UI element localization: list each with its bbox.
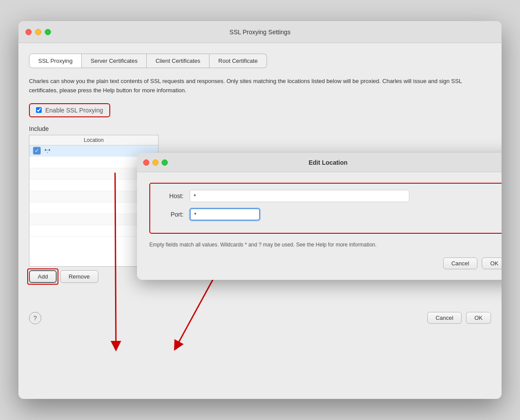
checkmark-icon: ✓: [35, 148, 39, 153]
tab-client-certificates[interactable]: Client Certificates: [147, 54, 209, 68]
enable-ssl-checkbox[interactable]: [36, 107, 42, 113]
form-box: Host: Port:: [149, 183, 502, 234]
include-table-header: Location: [29, 135, 158, 145]
modal-cancel-button[interactable]: Cancel: [443, 257, 477, 269]
cancel-button[interactable]: Cancel: [427, 312, 462, 324]
modal-minimize-button[interactable]: [152, 159, 159, 166]
include-remove-button[interactable]: Remove: [60, 270, 98, 283]
tab-server-certificates[interactable]: Server Certificates: [82, 54, 147, 68]
include-title: Include: [29, 125, 159, 132]
traffic-lights: [25, 29, 51, 35]
minimize-button[interactable]: [35, 29, 41, 35]
modal-close-button[interactable]: [143, 159, 149, 166]
tab-bar: SSL Proxying Server Certificates Client …: [29, 54, 491, 68]
description-text: Charles can show you the plain text cont…: [29, 77, 491, 95]
window-title: SSL Proxying Settings: [230, 29, 291, 36]
edit-location-modal: Edit Location Host: Port: Empty fields m…: [137, 153, 502, 280]
modal-maximize-button[interactable]: [162, 159, 168, 166]
tab-ssl-proxying[interactable]: SSL Proxying: [29, 54, 82, 68]
include-add-button-wrapper: Add: [29, 270, 57, 283]
modal-ok-button[interactable]: OK: [482, 257, 502, 269]
host-row: Host:: [157, 190, 499, 202]
host-label: Host:: [157, 192, 184, 199]
host-input[interactable]: [190, 190, 409, 202]
enable-ssl-checkbox-area[interactable]: Enable SSL Proxying: [29, 103, 110, 117]
port-row: Port:: [157, 208, 499, 221]
close-button[interactable]: [25, 29, 32, 35]
modal-traffic-lights: [143, 159, 168, 166]
modal-title-bar: Edit Location: [137, 153, 502, 172]
row-checkbox[interactable]: ✓: [33, 147, 41, 155]
tab-root-certificate[interactable]: Root Certificate: [209, 54, 267, 68]
hint-text: Empty fields match all values. Wildcards…: [149, 241, 502, 249]
help-button[interactable]: ?: [29, 312, 41, 324]
maximize-button[interactable]: [45, 29, 51, 35]
bottom-buttons: Cancel OK: [427, 312, 491, 324]
modal-buttons: Cancel OK: [149, 257, 502, 269]
include-add-button[interactable]: Add: [29, 270, 57, 283]
title-bar: SSL Proxying Settings: [18, 21, 502, 43]
modal-title: Edit Location: [309, 159, 348, 166]
modal-content: Host: Port: Empty fields match all value…: [137, 172, 502, 280]
enable-ssl-label: Enable SSL Proxying: [45, 107, 103, 114]
port-input[interactable]: [190, 208, 260, 221]
port-label: Port:: [157, 211, 184, 218]
main-window: SSL Proxying Settings SSL Proxying Serve…: [18, 21, 502, 399]
bottom-bar: ? Cancel OK: [18, 305, 502, 331]
row-location: *:*: [44, 148, 51, 154]
ok-button[interactable]: OK: [466, 312, 491, 324]
